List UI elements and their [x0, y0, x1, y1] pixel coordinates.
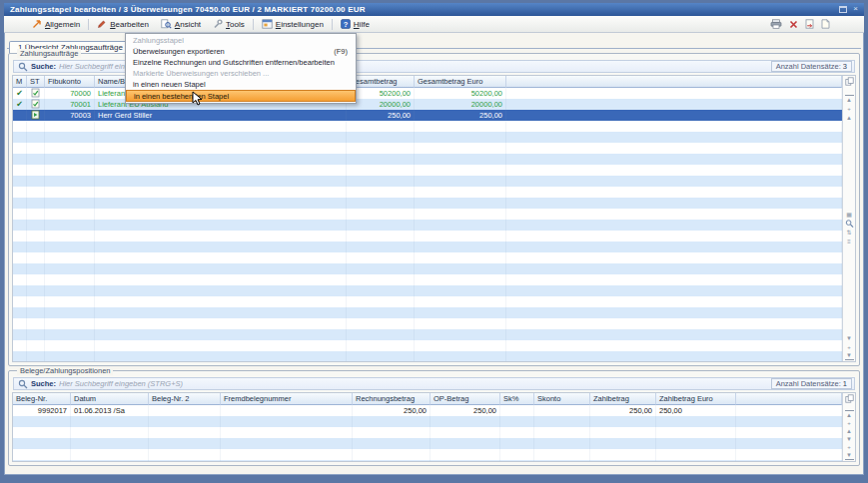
cell-beleg_nr: [13, 427, 71, 438]
cell-st: [27, 318, 45, 329]
menu-item[interactable]: in einen bestehenden Stapel: [126, 90, 356, 102]
cell-name: [95, 351, 347, 361]
close-view-icon[interactable]: [789, 20, 798, 29]
cell-gesamtbetrag_euro: [415, 318, 506, 329]
cell-fibukonto: [45, 176, 95, 187]
copy-rows-icon[interactable]: [845, 394, 854, 403]
menu-item[interactable]: Einzelne Rechnungen und Gutschriften ent…: [126, 57, 356, 68]
menu-item-label: in einen neuen Stapel: [133, 79, 348, 90]
zahlungsauftraege-table: MSTFibukontoName/BezeichnungGesamtbetrag…: [13, 76, 842, 361]
window-close-icon[interactable]: ×: [851, 5, 860, 14]
scroll-top-icon[interactable]: ▲: [845, 95, 854, 104]
cell-gesamtbetrag_euro: 250,00: [415, 110, 506, 121]
column-header-zahlbetrag_euro[interactable]: Zahlbetrag Euro: [656, 393, 736, 405]
table-row[interactable]: 70003Herr Gerd Stiller250,00250,00: [13, 110, 842, 121]
new-doc-icon[interactable]: [821, 19, 830, 29]
cell-gesamtbetrag: [347, 263, 415, 274]
menubar-item-hilfe[interactable]: ?Hilfe: [335, 18, 376, 30]
column-header-beleg_nr[interactable]: Beleg-Nr.: [13, 393, 71, 405]
filter-rows-icon[interactable]: ≡: [845, 237, 854, 245]
column-header-op_betrag[interactable]: OP-Betrag: [431, 393, 500, 405]
column-header-beleg_nr2[interactable]: Beleg-Nr. 2: [149, 393, 221, 405]
column-header-sk[interactable]: Sk%: [500, 393, 534, 405]
table-row[interactable]: 999201701.06.2013 /Sa250,00250,00250,002…: [13, 405, 842, 416]
insert-row-icon[interactable]: +: [845, 419, 854, 427]
cell-filler: [736, 416, 842, 427]
cell-op_betrag: [431, 449, 500, 460]
cell-name: [95, 165, 347, 176]
cell-filler: [506, 220, 842, 231]
menu-item[interactable]: Überweisungen exportieren(F9): [126, 46, 356, 57]
cell-st: [27, 351, 45, 361]
export-doc-icon[interactable]: [805, 19, 814, 29]
column-header-skonto[interactable]: Skonto: [534, 393, 590, 405]
strip-gap: [845, 86, 854, 95]
cell-sk: [500, 438, 534, 449]
cell-gesamtbetrag_euro: [415, 242, 506, 252]
cell-fremdbelegnummer: [221, 405, 353, 416]
column-header-fibukonto[interactable]: Fibukonto: [45, 76, 95, 88]
cell-datum: [71, 460, 149, 461]
column-header-zahlbetrag[interactable]: Zahlbetrag: [590, 393, 656, 405]
cell-m: [13, 318, 27, 329]
cell-zahlbetrag_euro: [656, 416, 736, 427]
sort-rows-icon[interactable]: ⇅: [845, 228, 854, 237]
table-row-empty: [13, 121, 842, 132]
copy-rows-icon[interactable]: [845, 77, 854, 86]
cell-filler: [506, 242, 842, 252]
menubar-item-label: Tools: [226, 20, 245, 29]
append-row-icon[interactable]: +: [845, 342, 854, 351]
cell-filler: [506, 121, 842, 132]
append-row-icon[interactable]: +: [845, 443, 854, 451]
column-header-rechnungsbetrag[interactable]: Rechnungsbetrag: [353, 393, 431, 405]
cell-gesamtbetrag_euro: [415, 143, 506, 154]
move-down-icon[interactable]: ▼: [845, 435, 854, 443]
cell-gesamtbetrag: [347, 242, 415, 252]
move-up-icon[interactable]: ▲: [845, 427, 854, 435]
table-row-empty: [13, 165, 842, 176]
menubar-item-ansicht[interactable]: Ansicht: [155, 18, 207, 30]
cell-zahlbetrag: [590, 449, 656, 460]
move-down-icon[interactable]: ▼: [845, 333, 854, 342]
cell-beleg_nr: [13, 438, 71, 449]
scroll-top-icon[interactable]: ▲: [845, 410, 854, 419]
move-up-icon[interactable]: ▲: [845, 113, 854, 122]
cell-fibukonto: [45, 252, 95, 263]
print-icon[interactable]: [770, 19, 782, 29]
cell-op_betrag: [431, 427, 500, 438]
cell-sk: [500, 449, 534, 460]
menubar-item-allgemein[interactable]: Allgemein: [26, 18, 86, 30]
cell-gesamtbetrag_euro: [415, 165, 506, 176]
column-header-m[interactable]: M: [13, 76, 27, 88]
cell-sk: [500, 460, 534, 461]
scroll-bottom-icon[interactable]: ▼: [845, 451, 854, 460]
search-input[interactable]: Suche: Hier Suchbegriff eingeben (STRG+S…: [13, 377, 855, 390]
cell-zahlbetrag_euro: [656, 427, 736, 438]
cell-name: [95, 209, 347, 220]
scroll-bottom-icon[interactable]: ▼: [845, 351, 854, 360]
table-row-empty: [13, 187, 842, 198]
search-rows-icon[interactable]: [845, 219, 854, 228]
column-header-fremdbelegnummer[interactable]: Fremdbelegnummer: [221, 393, 353, 405]
cell-gesamtbetrag_euro: [415, 176, 506, 187]
insert-row-icon[interactable]: +: [845, 104, 854, 113]
column-header-st[interactable]: ST: [27, 76, 45, 88]
menubar-item-einstellungen[interactable]: Einstellungen: [256, 18, 330, 30]
cell-filler: [506, 307, 842, 318]
cell-gesamtbetrag_euro: 50200,00: [415, 88, 506, 99]
column-header-datum[interactable]: Datum: [71, 393, 149, 405]
cell-m: [13, 143, 27, 154]
column-header-gesamtbetrag[interactable]: Gesamtbetrag: [347, 76, 415, 88]
menubar-item-tools[interactable]: Tools: [207, 18, 251, 30]
restore-icon[interactable]: [839, 6, 847, 13]
cell-filler: [506, 340, 842, 351]
column-header-gesamtbetrag_euro[interactable]: Gesamtbetrag Euro: [415, 76, 506, 88]
cell-name: [95, 274, 347, 285]
cell-st: [27, 110, 45, 121]
window-titlebar[interactable]: Zahlungsstapel bearbeiten / 3 Überweisun…: [4, 3, 864, 16]
table-row-empty: [13, 285, 842, 296]
menu-item[interactable]: in einen neuen Stapel: [126, 79, 356, 90]
cell-m: [13, 209, 27, 220]
menubar-item-label: Ansicht: [175, 20, 201, 29]
menubar-item-bearbeiten[interactable]: Bearbeiten: [91, 18, 155, 30]
